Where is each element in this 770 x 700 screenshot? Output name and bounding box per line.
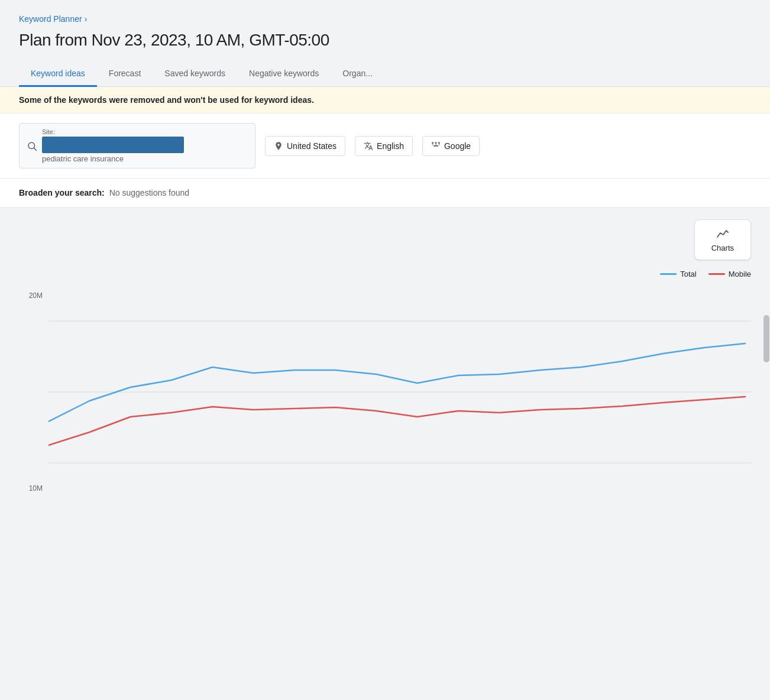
breadcrumb-link[interactable]: Keyword Planner › bbox=[19, 14, 87, 24]
y-label-top: 20M bbox=[19, 291, 43, 300]
page-title: Plan from Nov 23, 2023, 10 AM, GMT-05:00 bbox=[19, 31, 751, 50]
total-line bbox=[48, 343, 745, 422]
site-input-overlay[interactable] bbox=[42, 137, 184, 153]
tab-forecast[interactable]: Forecast bbox=[97, 61, 153, 87]
charts-button-label: Charts bbox=[711, 244, 734, 252]
legend-total-label: Total bbox=[680, 270, 696, 278]
chart-svg-area bbox=[48, 286, 751, 498]
tab-negative-keywords[interactable]: Negative keywords bbox=[237, 61, 331, 87]
warning-message: Some of the keywords were removed and wo… bbox=[19, 95, 314, 105]
location-label: United States bbox=[287, 141, 337, 151]
charts-button-wrapper: Charts bbox=[19, 219, 751, 260]
y-label-bottom: 10M bbox=[19, 484, 43, 492]
search-filter-bar: Site: pediatric care insurance United St… bbox=[0, 114, 770, 179]
breadcrumb-chevron: › bbox=[85, 14, 88, 24]
broaden-label: Broaden your search: bbox=[19, 188, 105, 197]
tabs-bar: Keyword ideas Forecast Saved keywords Ne… bbox=[0, 61, 770, 87]
translate-icon bbox=[364, 141, 373, 151]
svg-line-1 bbox=[34, 148, 36, 150]
warning-banner: Some of the keywords were removed and wo… bbox=[0, 87, 770, 114]
tab-keyword-ideas[interactable]: Keyword ideas bbox=[19, 61, 97, 87]
total-line-swatch bbox=[660, 273, 677, 275]
tab-saved-keywords[interactable]: Saved keywords bbox=[153, 61, 237, 87]
broaden-search-bar: Broaden your search: No suggestions foun… bbox=[0, 179, 770, 208]
line-chart-svg bbox=[48, 286, 751, 498]
main-content: Some of the keywords were removed and wo… bbox=[0, 87, 770, 208]
site-label-area: Site: pediatric care insurance bbox=[42, 128, 248, 163]
search-icon bbox=[27, 141, 37, 151]
chart-trend-icon bbox=[716, 227, 730, 241]
language-label: English bbox=[377, 141, 404, 151]
legend-mobile-label: Mobile bbox=[729, 270, 751, 278]
language-filter[interactable]: English bbox=[355, 136, 413, 156]
network-icon bbox=[431, 141, 441, 151]
broaden-value: No suggestions found bbox=[109, 188, 189, 197]
svg-rect-4 bbox=[438, 142, 440, 144]
location-pin-icon bbox=[274, 141, 283, 151]
legend-mobile: Mobile bbox=[708, 270, 751, 278]
chart-container: 20M 10M bbox=[19, 286, 751, 498]
network-filter[interactable]: Google bbox=[422, 136, 480, 156]
svg-rect-2 bbox=[432, 142, 433, 144]
scrollbar-track[interactable] bbox=[763, 0, 770, 700]
chart-area: Charts Total Mobile 20M 10M bbox=[0, 208, 770, 517]
svg-rect-8 bbox=[433, 145, 438, 146]
location-filter[interactable]: United States bbox=[265, 136, 345, 156]
breadcrumb-label: Keyword Planner bbox=[19, 14, 82, 24]
site-label: Site: bbox=[42, 128, 248, 135]
tab-organic[interactable]: Organ... bbox=[331, 61, 384, 87]
search-hint-text: pediatric care insurance bbox=[42, 154, 248, 163]
search-box[interactable]: Site: pediatric care insurance bbox=[19, 123, 255, 168]
legend-total: Total bbox=[660, 270, 696, 278]
mobile-line bbox=[48, 397, 745, 445]
svg-rect-3 bbox=[435, 142, 437, 144]
scrollbar-thumb[interactable] bbox=[763, 315, 769, 362]
y-axis-labels: 20M 10M bbox=[19, 286, 43, 498]
network-label: Google bbox=[444, 141, 471, 151]
chart-legend: Total Mobile bbox=[19, 270, 751, 278]
charts-button[interactable]: Charts bbox=[694, 219, 751, 260]
mobile-line-swatch bbox=[708, 273, 725, 275]
